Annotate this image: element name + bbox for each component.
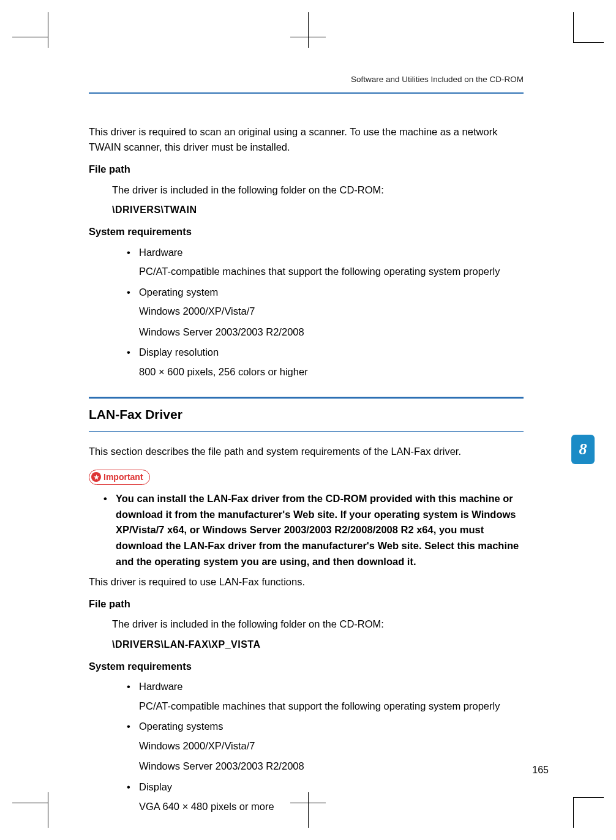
crop-mark: [12, 37, 48, 37]
list-item: Operating system: [127, 285, 524, 301]
lanfax-hardware-text: PC/AT-compatible machines that support t…: [139, 699, 524, 714]
important-list: You can install the LAN-Fax driver from …: [103, 491, 524, 569]
section-heading: LAN-Fax Driver: [89, 397, 524, 432]
lanfax-requirements-list: Hardware: [127, 679, 524, 695]
crop-mark: [573, 797, 604, 828]
rule: [89, 397, 524, 399]
lanfax-intro: This section describes the file path and…: [89, 444, 524, 460]
hardware-label: Hardware: [139, 681, 183, 692]
lanfax-filepath-value: \DRIVERS\LAN-FAX\XP_VISTA: [112, 637, 524, 653]
crop-mark: [48, 12, 48, 48]
lanfax-display-text: VGA 640 × 480 pixels or more: [139, 799, 524, 815]
star-icon: [91, 472, 101, 482]
crop-mark: [308, 12, 309, 48]
lanfax-required-text: This driver is required to use LAN-Fax f…: [89, 574, 524, 590]
hardware-label: Hardware: [139, 247, 183, 258]
important-label: Important: [103, 471, 143, 484]
system-requirements-heading: System requirements: [89, 224, 524, 240]
display-label: Display: [139, 781, 172, 792]
list-item: Display: [127, 779, 524, 795]
lanfax-requirements-list: Display: [127, 779, 524, 795]
list-item: Hardware: [127, 245, 524, 261]
twain-intro: This driver is required to scan an origi…: [89, 124, 524, 156]
important-text: You can install the LAN-Fax driver from …: [116, 493, 519, 566]
lanfax-filepath-text: The driver is included in the following …: [112, 617, 524, 632]
os-label: Operating systems: [139, 721, 223, 732]
crop-mark: [573, 12, 604, 43]
file-path-heading: File path: [89, 162, 524, 178]
twain-os-line1: Windows 2000/XP/Vista/7: [139, 304, 524, 320]
lanfax-os-line1: Windows 2000/XP/Vista/7: [139, 738, 524, 754]
running-header: Software and Utilities Included on the C…: [89, 73, 524, 94]
svg-marker-0: [93, 474, 99, 480]
list-item: Display resolution: [127, 345, 524, 361]
list-item: Operating systems: [127, 719, 524, 735]
page: Software and Utilities Included on the C…: [0, 0, 616, 840]
page-number: 165: [532, 765, 549, 776]
list-item: Hardware: [127, 679, 524, 695]
lanfax-requirements-list: Operating systems: [127, 719, 524, 735]
system-requirements-heading: System requirements: [89, 659, 524, 675]
list-item: You can install the LAN-Fax driver from …: [103, 491, 524, 569]
chapter-number: 8: [579, 440, 587, 459]
lanfax-title: LAN-Fax Driver: [89, 400, 524, 430]
os-label: Operating system: [139, 287, 218, 298]
twain-display-text: 800 × 600 pixels, 256 colors or higher: [139, 364, 524, 380]
lanfax-os-line2: Windows Server 2003/2003 R2/2008: [139, 759, 524, 774]
twain-requirements-list: Hardware: [127, 245, 524, 261]
important-badge: Important: [89, 470, 150, 486]
twain-hardware-text: PC/AT-compatible machines that support t…: [139, 264, 524, 280]
rule: [89, 431, 524, 432]
page-content: Software and Utilities Included on the C…: [89, 73, 524, 819]
twain-filepath-value: \DRIVERS\TWAIN: [112, 203, 524, 218]
crop-mark: [48, 792, 48, 828]
twain-filepath-text: The driver is included in the following …: [112, 182, 524, 198]
twain-requirements-list: Operating system: [127, 285, 524, 301]
display-label: Display resolution: [139, 347, 219, 358]
twain-requirements-list: Display resolution: [127, 345, 524, 361]
file-path-heading: File path: [89, 596, 524, 612]
crop-mark: [12, 803, 48, 803]
twain-os-line2: Windows Server 2003/2003 R2/2008: [139, 324, 524, 340]
chapter-tab: 8: [571, 435, 595, 464]
